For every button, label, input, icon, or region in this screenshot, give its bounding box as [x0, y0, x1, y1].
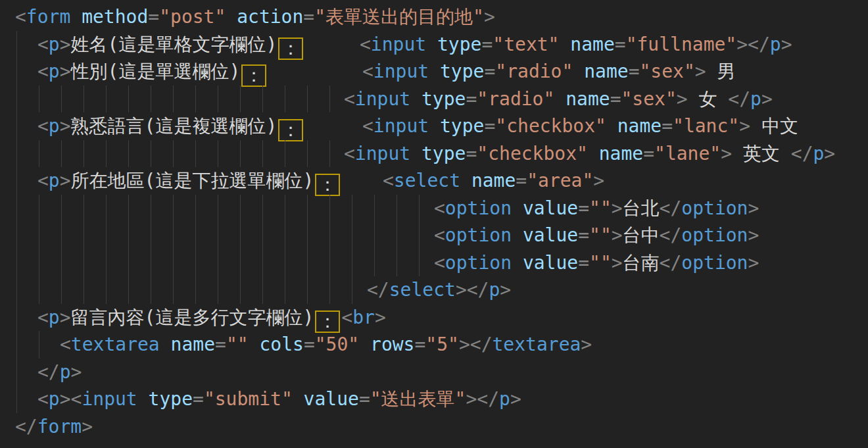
- syntax-tag-name: p: [49, 61, 60, 82]
- syntax-punctuation: =: [484, 61, 495, 82]
- syntax-punctuation: <: [434, 224, 445, 246]
- syntax-attribute-name: name: [599, 143, 643, 164]
- syntax-tag-name: option: [681, 252, 748, 274]
- syntax-attribute-name: name: [171, 334, 215, 355]
- syntax-punctuation: </: [748, 34, 770, 55]
- code-line: <option value="">台北</option>: [0, 195, 868, 222]
- syntax-string: "radio": [477, 88, 554, 110]
- syntax-text: [293, 388, 304, 410]
- code-line: <p>熟悉語言(這是複選欄位)：<input type="checkbox" n…: [0, 112, 868, 140]
- syntax-tag-name: input: [374, 61, 429, 82]
- syntax-punctuation: >: [824, 143, 835, 164]
- syntax-punctuation: >: [781, 34, 792, 55]
- syntax-tag-name: input: [82, 388, 137, 410]
- syntax-text: [359, 334, 370, 355]
- syntax-string: "radio": [495, 61, 573, 82]
- syntax-punctuation: <: [344, 143, 355, 164]
- syntax-punctuation: >: [60, 115, 71, 137]
- syntax-punctuation: </: [791, 143, 813, 164]
- code-chunk: <input type="checkbox" name="lanc"> 中文: [362, 112, 798, 140]
- syntax-text: [137, 388, 149, 410]
- syntax-text: [512, 197, 523, 219]
- syntax-string: "checkbox": [477, 143, 588, 164]
- syntax-tag-name: option: [681, 224, 748, 246]
- code-chunk: <option value="">台南</option>: [434, 249, 759, 277]
- syntax-string: "post": [159, 6, 226, 28]
- syntax-attribute-name: action: [237, 6, 303, 28]
- syntax-attribute-name: type: [437, 34, 481, 55]
- unicode-highlight-colon: ：: [278, 119, 303, 141]
- syntax-string: "": [589, 197, 612, 219]
- code-line: <p>所在地區(這是下拉選單欄位)：<select name="area">: [0, 167, 868, 195]
- syntax-punctuation: <: [60, 334, 71, 355]
- syntax-tag-name: textarea: [71, 334, 160, 355]
- syntax-tag-name: select: [389, 279, 456, 301]
- code-line: </p>: [0, 359, 868, 386]
- code-chunk: <p><input type="submit" value="送出表單"></p…: [37, 386, 521, 413]
- syntax-string: "lane": [654, 143, 721, 164]
- syntax-punctuation: <: [434, 252, 445, 274]
- syntax-punctuation: >: [612, 197, 623, 219]
- indent-guides: [16, 304, 36, 332]
- syntax-string: "": [589, 224, 612, 246]
- syntax-tag-name: p: [49, 34, 60, 55]
- syntax-punctuation: =: [304, 334, 315, 355]
- code-line: <option value="">台中</option>: [0, 222, 868, 249]
- syntax-text: 台南: [623, 252, 660, 274]
- syntax-string: "sex": [639, 61, 694, 82]
- syntax-string: "5": [425, 334, 459, 355]
- syntax-punctuation: </: [660, 197, 682, 219]
- syntax-punctuation: =: [578, 224, 589, 246]
- syntax-text: 男: [706, 61, 736, 82]
- syntax-punctuation: >: [71, 361, 82, 383]
- syntax-text: 留言內容(這是多行文字欄位): [71, 307, 314, 328]
- syntax-punctuation: >: [736, 34, 748, 55]
- syntax-tag-name: option: [681, 197, 748, 219]
- syntax-punctuation: >: [695, 61, 706, 82]
- syntax-punctuation: =: [466, 88, 477, 110]
- syntax-text: 英文: [732, 143, 791, 164]
- syntax-punctuation: =: [484, 115, 495, 137]
- syntax-tag-name: p: [750, 88, 761, 110]
- syntax-attribute-name: name: [570, 34, 614, 55]
- code-editor[interactable]: <form method="post" action="表單送出的目的地"><p…: [0, 0, 868, 448]
- syntax-text: [160, 334, 171, 355]
- indent-guides: [16, 58, 36, 86]
- code-chunk: <p>姓名(這是單格文字欄位)：: [37, 31, 304, 60]
- code-line: <p>姓名(這是單格文字欄位)：<input type="text" name=…: [0, 31, 868, 59]
- syntax-text: [606, 115, 617, 137]
- unicode-highlight-colon: ：: [315, 174, 340, 196]
- syntax-tag-name: input: [355, 88, 410, 110]
- code-chunk: <select name="area">: [383, 167, 604, 195]
- code-chunk: <option value="">台北</option>: [434, 195, 759, 222]
- syntax-punctuation: <: [344, 88, 355, 110]
- indent-guides: [16, 331, 56, 359]
- code-line: <option value="">台南</option>: [0, 249, 868, 277]
- syntax-punctuation: >: [60, 307, 71, 328]
- code-chunk: <form method="post" action="表單送出的目的地">: [15, 3, 495, 31]
- syntax-text: [70, 6, 82, 28]
- indent-guides: [16, 31, 36, 59]
- syntax-tag-name: select: [394, 170, 460, 191]
- syntax-punctuation: =: [193, 388, 204, 410]
- syntax-punctuation: </: [728, 88, 750, 110]
- syntax-attribute-name: type: [422, 143, 466, 164]
- syntax-punctuation: </: [15, 416, 37, 437]
- code-line: <form method="post" action="表單送出的目的地">: [0, 3, 868, 31]
- syntax-string: "sex": [621, 88, 676, 110]
- syntax-string: "area": [527, 170, 593, 191]
- syntax-text: [410, 88, 422, 110]
- syntax-punctuation: >: [748, 197, 759, 219]
- code-chunk: <textarea name="" cols="50" rows="5"></t…: [60, 331, 592, 359]
- syntax-attribute-name: value: [304, 388, 359, 410]
- syntax-string: "checkbox": [495, 115, 606, 137]
- code-chunk: <p>熟悉語言(這是複選欄位)：: [37, 112, 304, 141]
- syntax-string: "表單送出的目的地": [314, 6, 484, 28]
- syntax-punctuation: =: [359, 388, 370, 410]
- syntax-text: [426, 34, 437, 55]
- indent-guides: [16, 86, 339, 113]
- syntax-text: [410, 143, 422, 164]
- code-line: <input type="radio" name="sex"> 女 </p>: [0, 86, 868, 113]
- code-chunk: <p>性別(這是單選欄位)：: [37, 58, 268, 87]
- syntax-attribute-name: name: [584, 61, 628, 82]
